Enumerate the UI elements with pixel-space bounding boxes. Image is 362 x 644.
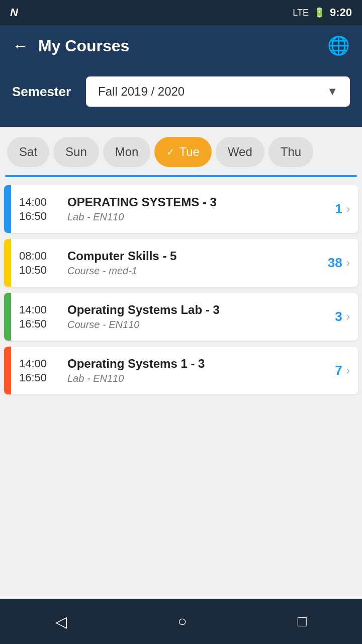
course-badge-area-4: 7 › xyxy=(335,363,358,378)
course-time-row-2: 08:00 Computer Skills - 5 xyxy=(19,249,320,263)
course-name-2: Computer Skills - 5 xyxy=(67,249,176,263)
course-info-2: 08:00 Computer Skills - 5 10:50 Course -… xyxy=(11,239,328,287)
course-details-3: Course - EN110 xyxy=(67,319,139,331)
day-button-tue[interactable]: ✓ Tue xyxy=(154,137,211,167)
course-end-time-4: 16:50 xyxy=(19,371,59,384)
course-time-row-3: 14:00 Operating Systems Lab - 3 xyxy=(19,303,327,317)
nav-back-button[interactable]: ◁ xyxy=(40,608,82,635)
course-time-row-2b: 10:50 Course - med-1 xyxy=(19,263,320,277)
course-time-row-4: 14:00 Operating Systems 1 - 3 xyxy=(19,357,327,371)
semester-dropdown[interactable]: Fall 2019 / 2020 ▼ xyxy=(86,76,350,107)
header-left: ← My Courses xyxy=(12,37,129,55)
table-row[interactable]: 08:00 Computer Skills - 5 10:50 Course -… xyxy=(4,239,358,287)
globe-icon[interactable]: 🌐 xyxy=(327,35,350,56)
status-time: 9:20 xyxy=(330,6,352,19)
course-start-time-1: 14:00 xyxy=(19,196,59,209)
table-row[interactable]: 14:00 OPERATING SYSTEMS - 3 16:50 Lab - … xyxy=(4,185,358,233)
course-name-1: OPERATING SYSTEMS - 3 xyxy=(67,195,217,209)
table-row[interactable]: 14:00 Operating Systems 1 - 3 16:50 Lab … xyxy=(4,347,358,394)
course-time-row-1b: 16:50 Lab - EN110 xyxy=(19,209,327,223)
back-button[interactable]: ← xyxy=(12,37,28,55)
course-details-4: Lab - EN110 xyxy=(67,373,124,384)
course-color-bar-4 xyxy=(4,347,11,394)
semester-label: Semester xyxy=(12,84,71,100)
course-end-time-3: 16:50 xyxy=(19,317,59,331)
course-details-2: Course - med-1 xyxy=(67,265,137,277)
course-info-4: 14:00 Operating Systems 1 - 3 16:50 Lab … xyxy=(11,347,335,394)
day-button-thu[interactable]: Thu xyxy=(268,137,313,167)
course-end-time-1: 16:50 xyxy=(19,210,59,223)
chevron-right-icon-1: › xyxy=(346,203,350,216)
chevron-right-icon-2: › xyxy=(346,257,350,270)
course-badge-area-3: 3 › xyxy=(335,309,358,325)
course-start-time-2: 08:00 xyxy=(19,250,59,263)
course-badge-4: 7 xyxy=(335,363,342,378)
course-badge-area-2: 38 › xyxy=(328,255,358,271)
course-time-row-3b: 16:50 Course - EN110 xyxy=(19,317,327,331)
nav-recent-button[interactable]: □ xyxy=(283,608,322,635)
check-icon: ✓ xyxy=(166,146,175,158)
nav-home-button[interactable]: ○ xyxy=(162,608,202,635)
course-color-bar-1 xyxy=(4,185,11,233)
app-logo: N xyxy=(10,6,18,19)
course-start-time-3: 14:00 xyxy=(19,303,59,316)
course-time-row-1: 14:00 OPERATING SYSTEMS - 3 xyxy=(19,195,327,209)
course-list: 14:00 OPERATING SYSTEMS - 3 16:50 Lab - … xyxy=(0,177,362,599)
course-name-4: Operating Systems 1 - 3 xyxy=(67,357,205,371)
course-time-row-4b: 16:50 Lab - EN110 xyxy=(19,371,327,384)
battery-icon: 🔋 xyxy=(314,7,325,18)
semester-section: Semester Fall 2019 / 2020 ▼ xyxy=(0,66,362,127)
chevron-down-icon: ▼ xyxy=(327,85,338,98)
bottom-nav: ◁ ○ □ xyxy=(0,599,362,644)
day-button-sun[interactable]: Sun xyxy=(53,137,99,167)
course-info-1: 14:00 OPERATING SYSTEMS - 3 16:50 Lab - … xyxy=(11,185,335,233)
course-color-bar-3 xyxy=(4,293,11,341)
semester-selected-value: Fall 2019 / 2020 xyxy=(98,85,317,99)
course-badge-2: 38 xyxy=(328,255,342,271)
days-row: Sat Sun Mon ✓ Tue Wed Thu xyxy=(5,137,357,167)
day-button-mon[interactable]: Mon xyxy=(103,137,151,167)
header: ← My Courses 🌐 xyxy=(0,25,362,66)
table-row[interactable]: 14:00 Operating Systems Lab - 3 16:50 Co… xyxy=(4,293,358,341)
course-badge-area-1: 1 › xyxy=(335,201,358,217)
lte-icon: LTE xyxy=(293,8,309,18)
days-section: Sat Sun Mon ✓ Tue Wed Thu xyxy=(0,127,362,177)
course-badge-1: 1 xyxy=(335,201,342,217)
page-title: My Courses xyxy=(38,37,129,55)
course-name-3: Operating Systems Lab - 3 xyxy=(67,303,220,317)
day-button-sat[interactable]: Sat xyxy=(7,137,49,167)
course-badge-3: 3 xyxy=(335,309,342,325)
course-start-time-4: 14:00 xyxy=(19,357,59,370)
chevron-right-icon-4: › xyxy=(346,364,350,377)
status-bar: N LTE 🔋 9:20 xyxy=(0,0,362,25)
course-end-time-2: 10:50 xyxy=(19,264,59,277)
chevron-right-icon-3: › xyxy=(346,310,350,324)
day-button-wed[interactable]: Wed xyxy=(216,137,264,167)
course-info-3: 14:00 Operating Systems Lab - 3 16:50 Co… xyxy=(11,293,335,341)
course-color-bar-2 xyxy=(4,239,11,287)
course-details-1: Lab - EN110 xyxy=(67,211,124,223)
